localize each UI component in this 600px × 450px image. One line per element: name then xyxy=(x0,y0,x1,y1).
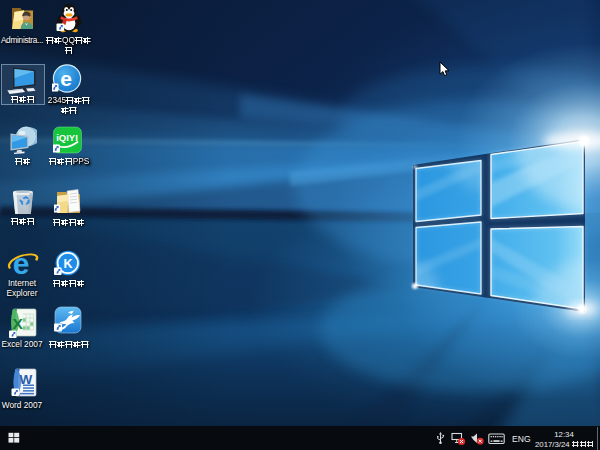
svg-text:K: K xyxy=(64,257,73,271)
svg-text:e: e xyxy=(13,247,30,277)
svg-text:iQIYI: iQIYI xyxy=(56,132,78,143)
svg-text:X: X xyxy=(13,315,24,332)
svg-text:W: W xyxy=(20,372,33,387)
svg-text:e: e xyxy=(60,67,72,90)
